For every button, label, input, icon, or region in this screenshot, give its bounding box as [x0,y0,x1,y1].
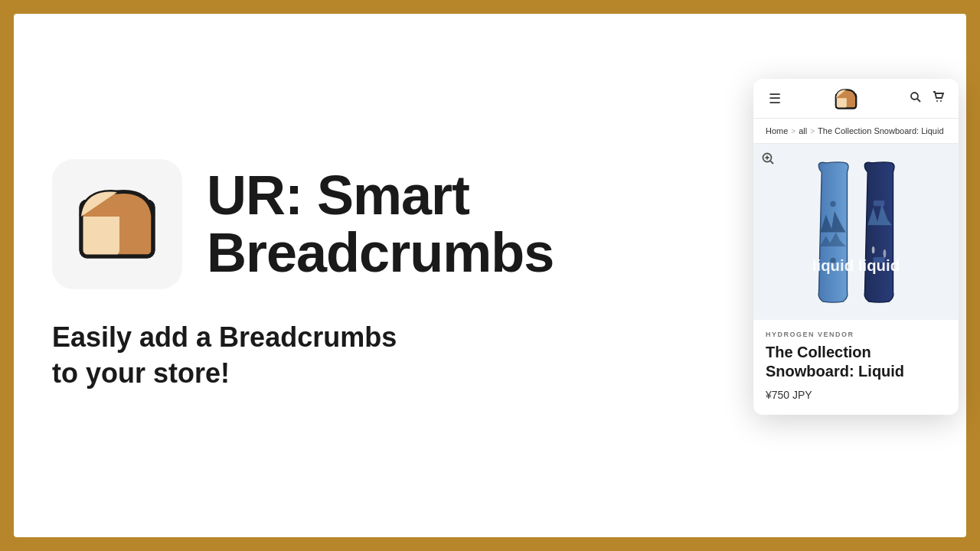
snowboard-right: liquid [859,161,899,303]
svg-point-16 [830,257,835,262]
svg-point-8 [936,100,938,102]
left-panel: UR: SmartBreadcrumbs Easily add a Breadc… [14,14,752,537]
logo-title-row: UR: SmartBreadcrumbs [52,159,714,289]
product-info: HYDROGEN VENDOR The Collection Snowboard… [753,320,959,415]
breadcrumb-bar: Home > all > The Collection Snowboard: L… [753,119,959,144]
svg-line-7 [917,99,920,102]
svg-line-11 [770,161,773,164]
subtitle: Easily add a Breadcrumbs to your store! [52,320,714,392]
main-title: UR: SmartBreadcrumbs [207,167,554,282]
subtitle-text: Easily add a Breadcrumbs to your store! [52,320,714,392]
nav-logo [786,88,906,109]
svg-rect-20 [874,200,885,205]
hamburger-icon[interactable]: ☰ [764,87,786,110]
breadcrumb-current: The Collection Snowboard: Liquid [818,126,944,135]
right-panel: ☰ [752,14,966,537]
svg-point-19 [884,249,887,257]
breadcrumb-sep-1: > [791,127,795,135]
product-image-area: liquid [753,144,959,320]
main-area: UR: SmartBreadcrumbs Easily add a Breadc… [14,14,966,537]
snowboard-container: liquid [813,155,899,308]
cart-icon[interactable] [929,88,948,109]
breadcrumb-home[interactable]: Home [766,126,788,135]
svg-rect-21 [874,256,885,262]
browser-card: ☰ [753,79,959,415]
breadcrumb-all[interactable]: all [799,126,807,135]
nav-bar: ☰ [753,79,959,119]
bread-logo-icon [75,186,159,262]
svg-point-15 [830,201,835,206]
logo-box [52,159,182,289]
product-price: ¥750 JPY [766,389,946,401]
zoom-button[interactable] [761,152,775,168]
snowboard-left: liquid [813,161,853,303]
breadcrumb-sep-2: > [810,127,815,135]
vendor-label: HYDROGEN VENDOR [766,331,946,338]
search-icon[interactable] [906,88,925,109]
product-title: The Collection Snowboard: Liquid [766,343,946,381]
nav-icons [906,88,948,109]
svg-point-9 [940,100,942,102]
outer-border: UR: SmartBreadcrumbs Easily add a Breadc… [0,0,980,551]
nav-bread-icon [834,88,858,109]
svg-point-18 [872,246,875,253]
svg-point-6 [911,93,918,99]
